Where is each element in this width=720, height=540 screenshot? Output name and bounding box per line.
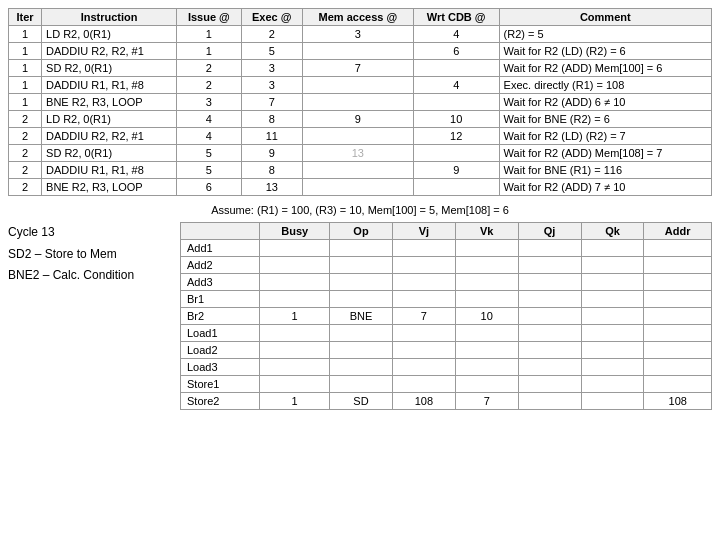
cell-issue: 5: [177, 145, 241, 162]
rs-cell-busy: [260, 325, 330, 342]
rs-cell-qk: [581, 393, 644, 410]
cell-mem: [302, 43, 413, 60]
cycle-label: Cycle 13: [8, 222, 168, 244]
column-header: Comment: [499, 9, 711, 26]
cell-instruction: DADDIU R2, R2, #1: [42, 128, 177, 145]
rs-cell-vk: [455, 325, 518, 342]
rs-row: Store1: [181, 376, 712, 393]
rs-row: Load3: [181, 359, 712, 376]
rs-row: Load1: [181, 325, 712, 342]
rs-cell-vj: 7: [392, 308, 455, 325]
cell-iter: 2: [9, 162, 42, 179]
cell-mem: [302, 128, 413, 145]
cell-exec: 11: [241, 128, 302, 145]
column-header: Wrt CDB @: [413, 9, 499, 26]
cell-iter: 1: [9, 60, 42, 77]
rs-cell-qk: [581, 308, 644, 325]
rs-cell-name: Load3: [181, 359, 260, 376]
rs-cell-qj: [518, 274, 581, 291]
rs-cell-vj: [392, 325, 455, 342]
rs-cell-qk: [581, 257, 644, 274]
rs-cell-op: BNE: [330, 308, 393, 325]
cell-iter: 2: [9, 111, 42, 128]
rs-cell-qj: [518, 359, 581, 376]
rs-cell-op: [330, 342, 393, 359]
cell-instruction: LD R2, 0(R1): [42, 26, 177, 43]
rs-cell-qj: [518, 376, 581, 393]
rs-cell-addr: 108: [644, 393, 712, 410]
rs-cell-name: Add3: [181, 274, 260, 291]
rs-cell-qk: [581, 359, 644, 376]
rs-cell-addr: [644, 257, 712, 274]
rs-cell-vk: [455, 359, 518, 376]
rs-cell-busy: [260, 291, 330, 308]
bottom-section: Cycle 13 SD2 – Store to Mem BNE2 – Calc.…: [8, 222, 712, 410]
cell-wrt: 4: [413, 26, 499, 43]
cell-issue: 3: [177, 94, 241, 111]
cycle-line1: SD2 – Store to Mem: [8, 244, 168, 266]
rs-column-header: Vj: [392, 223, 455, 240]
cell-exec: 7: [241, 94, 302, 111]
rs-cell-busy: [260, 274, 330, 291]
rs-row: Add3: [181, 274, 712, 291]
column-header: Instruction: [42, 9, 177, 26]
table-row: 1BNE R2, R3, LOOP37Wait for R2 (ADD) 6 ≠…: [9, 94, 712, 111]
assumption-text: Assume: (R1) = 100, (R3) = 10, Mem[100] …: [8, 204, 712, 216]
cell-comment: Wait for R2 (LD) (R2) = 7: [499, 128, 711, 145]
rs-cell-name: Load1: [181, 325, 260, 342]
cell-issue: 2: [177, 60, 241, 77]
rs-row: Store21SD1087108: [181, 393, 712, 410]
rs-cell-addr: [644, 308, 712, 325]
cell-instruction: LD R2, 0(R1): [42, 111, 177, 128]
rs-cell-name: Br2: [181, 308, 260, 325]
cell-mem: [302, 162, 413, 179]
cell-comment: Wait for BNE (R1) = 116: [499, 162, 711, 179]
cell-wrt: 12: [413, 128, 499, 145]
table-row: 1SD R2, 0(R1)237Wait for R2 (ADD) Mem[10…: [9, 60, 712, 77]
rs-cell-op: [330, 376, 393, 393]
rs-column-header: Vk: [455, 223, 518, 240]
cell-wrt: [413, 94, 499, 111]
rs-cell-addr: [644, 342, 712, 359]
cell-comment: Wait for R2 (ADD) 6 ≠ 10: [499, 94, 711, 111]
cell-exec: 2: [241, 26, 302, 43]
rs-row: Br1: [181, 291, 712, 308]
cell-issue: 6: [177, 179, 241, 196]
cell-instruction: SD R2, 0(R1): [42, 145, 177, 162]
column-header: Exec @: [241, 9, 302, 26]
rs-cell-op: SD: [330, 393, 393, 410]
rs-cell-qk: [581, 240, 644, 257]
cell-exec: 8: [241, 111, 302, 128]
cell-comment: Wait for R2 (ADD) 7 ≠ 10: [499, 179, 711, 196]
cell-exec: 13: [241, 179, 302, 196]
table-row: 2SD R2, 0(R1)5913Wait for R2 (ADD) Mem[1…: [9, 145, 712, 162]
rs-cell-busy: [260, 376, 330, 393]
rs-cell-qk: [581, 274, 644, 291]
cell-exec: 8: [241, 162, 302, 179]
cell-wrt: 10: [413, 111, 499, 128]
cell-instruction: DADDIU R1, R1, #8: [42, 77, 177, 94]
cell-wrt: 6: [413, 43, 499, 60]
cell-comment: Wait for R2 (ADD) Mem[108] = 7: [499, 145, 711, 162]
cell-exec: 5: [241, 43, 302, 60]
cell-wrt: [413, 179, 499, 196]
rs-cell-op: [330, 325, 393, 342]
rs-cell-name: Add1: [181, 240, 260, 257]
rs-cell-qj: [518, 257, 581, 274]
rs-cell-busy: 1: [260, 308, 330, 325]
cell-iter: 2: [9, 128, 42, 145]
cycle-line2: BNE2 – Calc. Condition: [8, 265, 168, 287]
rs-cell-op: [330, 359, 393, 376]
rs-column-header: Qj: [518, 223, 581, 240]
rs-row: Load2: [181, 342, 712, 359]
rs-cell-addr: [644, 376, 712, 393]
rs-cell-busy: [260, 257, 330, 274]
rs-cell-qj: [518, 325, 581, 342]
rs-cell-vj: [392, 359, 455, 376]
rs-cell-vk: [455, 257, 518, 274]
cell-mem: 7: [302, 60, 413, 77]
rs-cell-vj: [392, 240, 455, 257]
cell-iter: 1: [9, 94, 42, 111]
rs-cell-op: [330, 240, 393, 257]
cell-mem: 3: [302, 26, 413, 43]
